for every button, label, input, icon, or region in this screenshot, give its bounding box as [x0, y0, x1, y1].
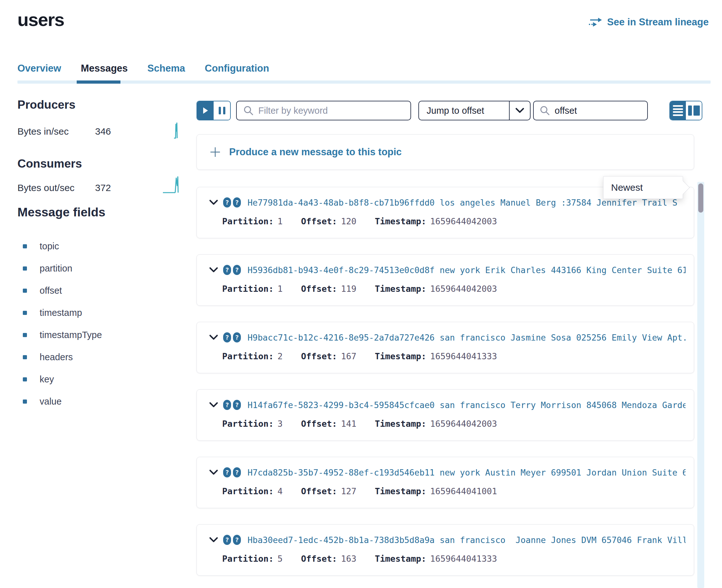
list-item: headers: [23, 346, 102, 368]
tab-underline-active: [77, 81, 120, 84]
pause-button[interactable]: [214, 101, 230, 120]
message-summary: H5936db81-b943-4e0f-8c29-74513e0c0d8f ne…: [248, 265, 685, 275]
square-bullet-icon: [23, 244, 27, 248]
value-format-icon: ?: [233, 332, 241, 342]
square-bullet-icon: [23, 333, 27, 337]
bytes-in-sparkline: [173, 122, 179, 141]
list-view-icon: [673, 108, 683, 110]
expand-chevron-icon[interactable]: [209, 267, 219, 273]
bytes-out-sparkline: [162, 175, 182, 195]
jump-to-offset-select[interactable]: Jump to offset: [418, 101, 531, 120]
list-item: timestampType: [23, 324, 102, 346]
messages-scrollbar-thumb[interactable]: [698, 184, 703, 213]
bytes-in-value: 346: [95, 126, 111, 137]
select-chevron-area[interactable]: [509, 101, 530, 120]
expand-chevron-icon[interactable]: [209, 334, 219, 340]
timestamp-meta: Timestamp:1659644042003: [375, 419, 497, 429]
producers-heading: Producers: [17, 98, 76, 111]
stream-lineage-label: See in Stream lineage: [607, 17, 709, 28]
message-summary: He77981da-4a43-48ab-b8f8-cb71b96ffdd0 lo…: [248, 198, 685, 208]
list-view-icon: [673, 105, 683, 107]
value-format-icon: ?: [233, 400, 241, 410]
consumers-heading: Consumers: [17, 157, 82, 170]
list-view-button[interactable]: [670, 101, 686, 120]
timestamp-meta: Timestamp:1659644041001: [375, 486, 497, 496]
tab-schema[interactable]: Schema: [147, 63, 185, 74]
list-item: offset: [23, 279, 102, 301]
value-format-icon: ?: [233, 467, 241, 478]
bytes-out-label: Bytes out/sec: [17, 183, 75, 193]
offset-meta: Offset:127: [301, 486, 356, 496]
key-format-icon: ?: [223, 265, 231, 275]
offset-search: [533, 101, 648, 120]
message-fields-list: topic partition offset timestamp timesta…: [23, 235, 102, 413]
partition-meta: Partition:4: [222, 486, 283, 496]
message-row[interactable]: ? ? H5936db81-b943-4e0f-8c29-74513e0c0d8…: [197, 254, 694, 306]
tab-configuration[interactable]: Configuration: [205, 63, 269, 74]
play-icon: [202, 107, 209, 114]
message-summary: H14fa67fe-5823-4299-b3c4-595845cfcae0 sa…: [248, 400, 685, 410]
message-summary: H7cda825b-35b7-4952-88ef-c193d546eb11 ne…: [248, 468, 685, 478]
timestamp-meta: Timestamp:1659644041333: [375, 554, 497, 564]
view-mode-toggle: [669, 101, 702, 120]
columns-view-button[interactable]: [686, 101, 702, 120]
stream-lineage-link[interactable]: See in Stream lineage: [588, 17, 709, 28]
key-format-icon: ?: [223, 467, 231, 478]
message-summary: Hba30eed7-1edc-452b-8b1a-738d3b5d8a9a sa…: [248, 535, 685, 545]
live-consume-toggle: [197, 101, 231, 120]
search-icon: [243, 105, 254, 116]
list-item: partition: [23, 257, 102, 279]
play-button[interactable]: [197, 101, 214, 120]
keyword-filter-input[interactable]: [258, 105, 404, 116]
jump-to-offset-label: Jump to offset: [419, 101, 509, 120]
message-row[interactable]: ? ? Hba30eed7-1edc-452b-8b1a-738d3b5d8a9…: [197, 524, 694, 576]
message-row[interactable]: ? ? H7cda825b-35b7-4952-88ef-c193d546eb1…: [197, 457, 694, 508]
newest-tooltip: Newest: [603, 176, 683, 199]
timestamp-meta: Timestamp:1659644042003: [375, 284, 497, 294]
expand-chevron-icon[interactable]: [209, 199, 219, 206]
message-row[interactable]: ? ? H9bacc71c-b12c-4216-8e95-2a7da727e42…: [197, 322, 694, 373]
expand-chevron-icon[interactable]: [209, 402, 219, 408]
message-row[interactable]: ? ? H14fa67fe-5823-4299-b3c4-595845cfcae…: [197, 390, 694, 441]
chevron-down-icon: [515, 108, 524, 113]
offset-search-input[interactable]: [555, 105, 641, 116]
timestamp-meta: Timestamp:1659644042003: [375, 216, 497, 226]
list-view-icon: [673, 114, 683, 116]
key-format-icon: ?: [223, 400, 231, 410]
partition-meta: Partition:3: [222, 419, 283, 429]
key-format-icon: ?: [223, 197, 231, 208]
search-icon: [539, 105, 550, 116]
bytes-out-value: 372: [95, 183, 111, 193]
value-format-icon: ?: [233, 197, 241, 208]
value-format-icon: ?: [233, 265, 241, 275]
list-view-icon: [673, 111, 683, 113]
square-bullet-icon: [23, 355, 27, 359]
topic-page: users See in Stream lineage Overview Mes…: [0, 0, 722, 588]
tab-bar: Overview Messages Schema Configuration: [17, 63, 269, 74]
square-bullet-icon: [23, 399, 27, 404]
tab-overview[interactable]: Overview: [17, 63, 61, 74]
offset-meta: Offset:119: [301, 284, 356, 294]
keyword-filter: [236, 101, 411, 120]
pause-icon: [223, 107, 225, 114]
partition-meta: Partition:1: [222, 284, 283, 294]
square-bullet-icon: [23, 311, 27, 315]
list-item: timestamp: [23, 301, 102, 324]
tab-messages[interactable]: Messages: [81, 63, 128, 74]
offset-meta: Offset:120: [301, 216, 356, 226]
newest-tooltip-label: Newest: [611, 182, 643, 193]
expand-chevron-icon[interactable]: [209, 469, 219, 476]
plus-icon: [209, 146, 222, 159]
expand-chevron-icon[interactable]: [209, 537, 219, 543]
tab-underline-track: [17, 81, 710, 84]
list-item: topic: [23, 235, 102, 257]
produce-message-button[interactable]: Produce a new message to this topic: [197, 134, 694, 170]
offset-meta: Offset:167: [301, 351, 356, 361]
message-summary: H9bacc71c-b12c-4216-8e95-2a7da727e426 sa…: [248, 333, 685, 342]
page-title: users: [17, 9, 64, 30]
list-item: key: [23, 368, 102, 390]
message-fields-heading: Message fields: [17, 205, 105, 219]
offset-meta: Offset:163: [301, 554, 356, 564]
list-item: value: [23, 390, 102, 413]
messages-scrollbar-track[interactable]: [697, 182, 704, 588]
